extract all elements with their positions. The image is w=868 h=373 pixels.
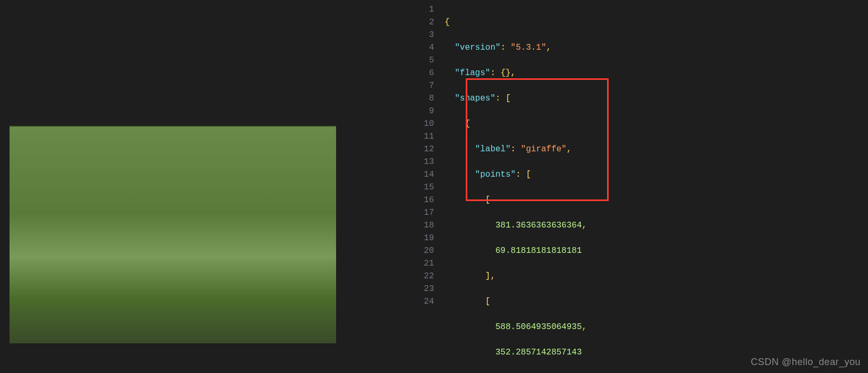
code-editor-pane[interactable]: 1 2 3 4 5 6 7 8 9 10 11 12 13 14 15 16 1…: [415, 0, 868, 373]
code-line[interactable]: "shapes": [: [445, 92, 868, 105]
line-number: 17: [415, 206, 434, 219]
line-number: 1: [415, 3, 434, 16]
code-line[interactable]: "label": "giraffe",: [445, 143, 868, 156]
line-number: 18: [415, 219, 434, 232]
line-number: 8: [415, 92, 434, 105]
line-number: 23: [415, 283, 434, 295]
code-line[interactable]: {: [445, 16, 868, 29]
line-number: 20: [415, 244, 434, 257]
line-number: 16: [415, 194, 434, 206]
line-number: 4: [415, 41, 434, 54]
line-number: 3: [415, 29, 434, 41]
line-number: 24: [415, 295, 434, 308]
line-number: 15: [415, 181, 434, 194]
code-line[interactable]: ],: [445, 270, 868, 283]
line-number-gutter: 1 2 3 4 5 6 7 8 9 10 11 12 13 14 15 16 1…: [415, 0, 445, 373]
editor-split-view: 1 2 3 4 5 6 7 8 9 10 11 12 13 14 15 16 1…: [0, 0, 868, 373]
code-line[interactable]: 69.81818181818181: [445, 244, 868, 257]
line-number: 22: [415, 270, 434, 283]
line-number: 14: [415, 168, 434, 181]
code-content[interactable]: { "version": "5.3.1", "flags": {}, "shap…: [445, 0, 868, 373]
line-number: 6: [415, 67, 434, 79]
line-number: 21: [415, 257, 434, 270]
image-preview-pane: [0, 0, 415, 373]
code-line[interactable]: 588.5064935064935,: [445, 321, 868, 333]
code-line[interactable]: "version": "5.3.1",: [445, 41, 868, 54]
line-number: 11: [415, 130, 434, 143]
code-line[interactable]: "points": [: [445, 168, 868, 181]
code-line[interactable]: [: [445, 194, 868, 206]
line-number: 10: [415, 117, 434, 130]
code-line[interactable]: "flags": {},: [445, 67, 868, 79]
watermark-text: CSDN @hello_dear_you: [751, 357, 861, 368]
line-number: 9: [415, 105, 434, 117]
code-line[interactable]: 381.3636363636364,: [445, 219, 868, 232]
line-number: 5: [415, 54, 434, 67]
line-number: 13: [415, 156, 434, 168]
line-number: 12: [415, 143, 434, 156]
line-number: 2: [415, 16, 434, 29]
line-number: 7: [415, 79, 434, 92]
code-line[interactable]: {: [445, 117, 868, 130]
code-line[interactable]: [: [445, 295, 868, 308]
preview-image: [10, 125, 336, 343]
line-number: 19: [415, 232, 434, 244]
